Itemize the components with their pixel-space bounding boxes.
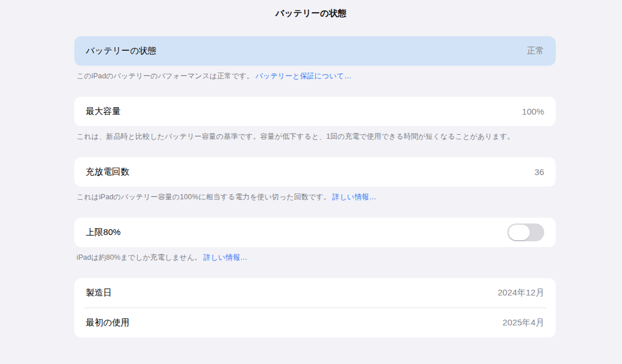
cycle-count-footnote: これはiPadのバッテリー容量の100%に相当する電力を使い切った回数です。詳し… bbox=[77, 192, 553, 202]
max-capacity-footnote-text: これは、新品時と比較したバッテリー容量の基準です。容量が低下すると、1回の充電で… bbox=[77, 132, 514, 141]
max-capacity-label: 最大容量 bbox=[86, 106, 120, 117]
charge-limit-card: 上限80% bbox=[74, 218, 556, 247]
first-use-value: 2025年4月 bbox=[503, 317, 544, 328]
manufacture-date-row: 製造日 2024年12月 bbox=[74, 278, 556, 308]
section-charge-limit: 上限80% iPadは約80%までしか充電しません。詳しい情報… bbox=[74, 218, 556, 262]
cycle-count-label: 充放電回数 bbox=[86, 166, 130, 177]
cycle-count-footnote-text: これはiPadのバッテリー容量の100%に相当する電力を使い切った回数です。 bbox=[77, 193, 331, 201]
charge-limit-toggle[interactable] bbox=[507, 223, 544, 241]
page-header: バッテリーの状態 bbox=[0, 0, 622, 19]
section-battery-info: 製造日 2024年12月 最初の使用 2025年4月 bbox=[74, 278, 556, 338]
manufacture-date-label: 製造日 bbox=[86, 287, 112, 298]
max-capacity-value: 100% bbox=[522, 107, 544, 116]
max-capacity-card: 最大容量 100% bbox=[74, 97, 556, 126]
battery-health-content: バッテリーの状態 正常 このiPadのバッテリーのパフォーマンスは正常です。バッ… bbox=[74, 19, 556, 338]
battery-health-footnote: このiPadのバッテリーのパフォーマンスは正常です。バッテリーと保証について… bbox=[77, 71, 553, 81]
section-max-capacity: 最大容量 100% これは、新品時と比較したバッテリー容量の基準です。容量が低下… bbox=[74, 97, 556, 141]
section-cycle-count: 充放電回数 36 これはiPadのバッテリー容量の100%に相当する電力を使い切… bbox=[74, 157, 556, 202]
charge-limit-row: 上限80% bbox=[74, 218, 556, 247]
battery-info-card: 製造日 2024年12月 最初の使用 2025年4月 bbox=[74, 278, 556, 338]
section-battery-health: バッテリーの状態 正常 このiPadのバッテリーのパフォーマンスは正常です。バッ… bbox=[74, 36, 556, 81]
charge-limit-footnote: iPadは約80%までしか充電しません。詳しい情報… bbox=[77, 253, 553, 262]
battery-warranty-link[interactable]: バッテリーと保証について… bbox=[256, 72, 351, 80]
charge-limit-label: 上限80% bbox=[86, 227, 121, 238]
toggle-knob bbox=[509, 225, 530, 240]
max-capacity-footnote: これは、新品時と比較したバッテリー容量の基準です。容量が低下すると、1回の充電で… bbox=[77, 132, 553, 141]
battery-health-label: バッテリーの状態 bbox=[86, 46, 157, 56]
cycle-count-card: 充放電回数 36 bbox=[74, 157, 556, 187]
first-use-row: 最初の使用 2025年4月 bbox=[74, 308, 556, 338]
max-capacity-row: 最大容量 100% bbox=[74, 97, 556, 126]
cycle-count-value: 36 bbox=[534, 167, 544, 177]
battery-health-value: 正常 bbox=[527, 46, 544, 56]
page-title: バッテリーの状態 bbox=[0, 8, 622, 19]
battery-health-card: バッテリーの状態 正常 bbox=[74, 36, 556, 66]
cycle-count-row: 充放電回数 36 bbox=[74, 157, 556, 187]
manufacture-date-value: 2024年12月 bbox=[498, 287, 544, 298]
cycle-count-learn-more-link[interactable]: 詳しい情報… bbox=[332, 193, 376, 201]
battery-health-row: バッテリーの状態 正常 bbox=[74, 36, 556, 66]
charge-limit-learn-more-link[interactable]: 詳しい情報… bbox=[203, 253, 247, 261]
first-use-label: 最初の使用 bbox=[86, 317, 130, 328]
battery-health-footnote-text: このiPadのバッテリーのパフォーマンスは正常です。 bbox=[77, 72, 254, 80]
charge-limit-footnote-text: iPadは約80%までしか充電しません。 bbox=[77, 253, 202, 261]
